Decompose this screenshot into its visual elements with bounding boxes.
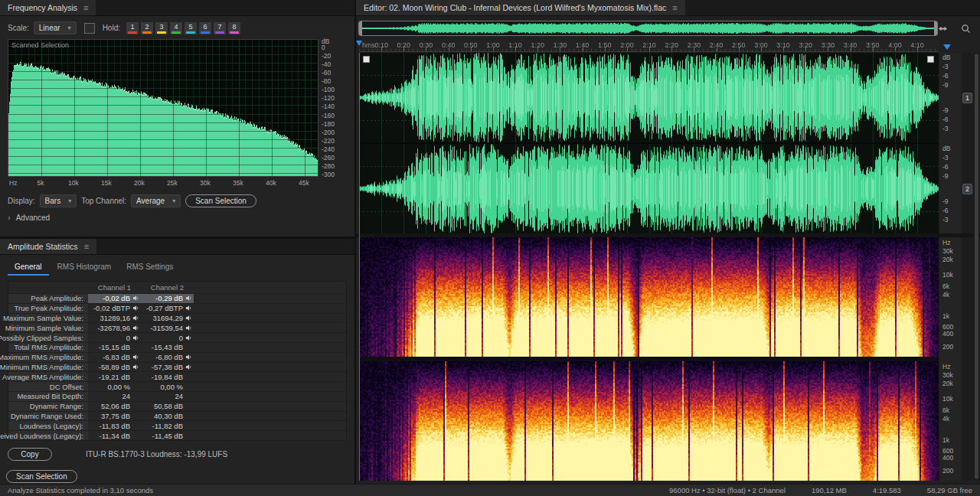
speaker-icon[interactable] bbox=[130, 334, 141, 341]
zoom-selection-icon[interactable] bbox=[959, 22, 972, 34]
format-info: 96000 Hz • 32-bit (float) • 2 Channel bbox=[669, 486, 786, 494]
table-row[interactable]: Dynamic Range Used:37,75 dB40,30 dB bbox=[8, 411, 346, 421]
tab-general[interactable]: General bbox=[8, 260, 49, 276]
hold-color-bar bbox=[201, 31, 210, 34]
top-channel-dropdown[interactable]: Average ▾ bbox=[131, 194, 181, 207]
editor-tab[interactable]: Editor: 02. Moon Wiring Club - Infernal … bbox=[356, 0, 685, 15]
table-row[interactable]: Possibly Clipped Samples:00 bbox=[8, 332, 346, 342]
stat-label: Perceived Loudness (Legacy): bbox=[8, 431, 88, 440]
stat-values: 00 bbox=[88, 333, 194, 342]
speaker-icon[interactable] bbox=[183, 325, 194, 331]
channel-badge-2[interactable]: 2 bbox=[962, 184, 972, 194]
frequency-hz-axis: Hz5k10k15k20k25k30k35k40k45k bbox=[8, 178, 318, 188]
stat-value-ch2: 0 bbox=[141, 334, 183, 342]
hold-button-8[interactable]: 8 bbox=[228, 22, 240, 34]
stat-value-ch2: -31539,54 bbox=[141, 324, 183, 332]
channel-badge-1[interactable]: 1 bbox=[962, 93, 972, 103]
playhead-handle[interactable] bbox=[356, 41, 362, 46]
chevron-down-icon: ▾ bbox=[172, 197, 175, 204]
stat-value-ch1: -6,83 dB bbox=[88, 353, 130, 361]
speaker-icon[interactable] bbox=[183, 305, 194, 312]
hold-color-bar bbox=[142, 31, 152, 34]
timeline-ruler[interactable]: hms0:100:200:300:400:501:001:101:201:301… bbox=[359, 40, 939, 52]
hold-button-1[interactable]: 1 bbox=[126, 22, 139, 34]
stat-value-ch1: -19,21 dB bbox=[88, 373, 130, 381]
hold-button-2[interactable]: 2 bbox=[141, 22, 153, 34]
freq-hz-tick: 5k bbox=[37, 179, 44, 187]
hold-button-5[interactable]: 5 bbox=[185, 22, 197, 34]
table-row[interactable]: Minimum RMS Amplitude:-58,89 dB-57,38 dB bbox=[8, 362, 346, 372]
table-row[interactable]: Loudness (Legacy):-11,83 dB-11,82 dB bbox=[8, 420, 346, 430]
scan-selection-button[interactable]: Scan Selection bbox=[185, 194, 256, 207]
table-row[interactable]: Total RMS Amplitude:-15,15 dB-15,43 dB bbox=[8, 342, 346, 352]
speaker-icon[interactable] bbox=[183, 315, 194, 321]
table-row[interactable]: Maximum Sample Value:31289,1631694,29 bbox=[8, 313, 346, 323]
statistics-column-headers: Channel 1Channel 2 bbox=[8, 282, 346, 293]
speaker-icon[interactable] bbox=[183, 295, 194, 302]
panel-menu-icon[interactable]: ≡ bbox=[83, 3, 88, 12]
speaker-icon[interactable] bbox=[130, 364, 141, 370]
ruler-tick bbox=[426, 47, 426, 51]
speaker-icon[interactable] bbox=[130, 315, 141, 321]
wave-db-tick: dB bbox=[942, 54, 950, 61]
vertical-scrollbar[interactable] bbox=[974, 53, 979, 481]
table-row[interactable]: DC Offset:0,00 %0,00 % bbox=[8, 381, 346, 391]
speaker-icon[interactable] bbox=[130, 325, 141, 331]
spec-hz-tick: 20k bbox=[942, 256, 953, 263]
advanced-toggle[interactable]: › Advanced bbox=[0, 207, 354, 227]
tab-rms-histogram[interactable]: RMS Histogram bbox=[51, 260, 119, 276]
frequency-panel-tab[interactable]: Frequency Analysis ≡ bbox=[0, 0, 96, 15]
stat-value-ch2: -15,43 dB bbox=[141, 343, 183, 351]
ruler-tick bbox=[627, 47, 628, 51]
hold-button-7[interactable]: 7 bbox=[214, 22, 226, 34]
speaker-icon[interactable] bbox=[130, 305, 141, 312]
table-row[interactable]: Maximum RMS Amplitude:-6,83 dB-6,80 dB bbox=[8, 352, 346, 362]
speaker-icon[interactable] bbox=[130, 295, 141, 302]
scale-dropdown[interactable]: Linear ▾ bbox=[34, 21, 77, 34]
scan-selection-button[interactable]: Scan Selection bbox=[6, 470, 77, 483]
hold-button-4[interactable]: 4 bbox=[170, 22, 182, 34]
stat-label: Dynamic Range: bbox=[8, 402, 88, 411]
playhead-line[interactable] bbox=[359, 53, 360, 481]
table-row[interactable]: True Peak Amplitude:-0,02 dBTP-0,27 dBTP bbox=[8, 303, 346, 313]
hold-button-6[interactable]: 6 bbox=[199, 22, 211, 34]
spec-hz-tick: 30k bbox=[942, 371, 953, 379]
spectrogram-display[interactable] bbox=[359, 237, 939, 481]
spec-hz-tick: 10k bbox=[942, 271, 953, 279]
scanned-selection-label: Scanned Selection bbox=[11, 41, 69, 49]
copy-button[interactable]: Copy bbox=[8, 448, 52, 461]
frequency-graph[interactable]: Scanned Selection bbox=[8, 39, 318, 177]
stat-values: -6,83 dB-6,80 dB bbox=[88, 353, 194, 362]
scrollbar-thumb[interactable] bbox=[975, 54, 978, 479]
table-row[interactable]: Minimum Sample Value:-32678,96-31539,54 bbox=[8, 322, 346, 332]
table-row[interactable]: Average RMS Amplitude:-19,21 dB-19,84 dB bbox=[8, 371, 346, 381]
scale-label: Scale: bbox=[8, 24, 29, 32]
waveform-display[interactable] bbox=[359, 53, 939, 233]
tab-rms-settings[interactable]: RMS Settings bbox=[119, 260, 180, 276]
freq-db-tick: -300 bbox=[322, 171, 335, 178]
copy-graph-icon[interactable] bbox=[84, 23, 95, 34]
table-row[interactable]: Perceived Loudness (Legacy):-11,34 dB-11… bbox=[8, 430, 346, 440]
display-dropdown[interactable]: Bars ▾ bbox=[40, 194, 77, 207]
stat-value-ch1: -58,89 dB bbox=[88, 363, 130, 371]
freq-db-tick: -260 bbox=[322, 154, 335, 162]
speaker-icon[interactable] bbox=[130, 354, 141, 361]
stat-value-ch1: -0,02 dB bbox=[88, 294, 130, 302]
amplitude-panel-tab[interactable]: Amplitude Statistics ≡ bbox=[0, 239, 96, 254]
speaker-icon[interactable] bbox=[183, 364, 194, 370]
table-row[interactable]: Peak Amplitude:-0,02 dB-0,29 dB bbox=[8, 293, 346, 303]
overview-navigator[interactable] bbox=[358, 21, 938, 36]
spec-hz-tick: Hz bbox=[942, 239, 950, 246]
scan-row: Scan Selection bbox=[0, 461, 354, 483]
zoom-out-full-icon[interactable] bbox=[936, 22, 949, 34]
hold-button-3[interactable]: 3 bbox=[155, 22, 168, 34]
table-row[interactable]: Dynamic Range:52,06 dB50,58 dB bbox=[8, 401, 346, 411]
ruler-tick bbox=[403, 47, 404, 51]
table-row[interactable]: Measured Bit Depth:2424 bbox=[8, 391, 346, 401]
advanced-label: Advanced bbox=[16, 214, 50, 222]
speaker-icon[interactable] bbox=[183, 354, 194, 361]
panel-menu-icon[interactable]: ≡ bbox=[672, 3, 677, 12]
overview-waveform-canvas bbox=[362, 22, 936, 34]
panel-menu-icon[interactable]: ≡ bbox=[84, 242, 89, 251]
speaker-icon[interactable] bbox=[183, 334, 194, 341]
